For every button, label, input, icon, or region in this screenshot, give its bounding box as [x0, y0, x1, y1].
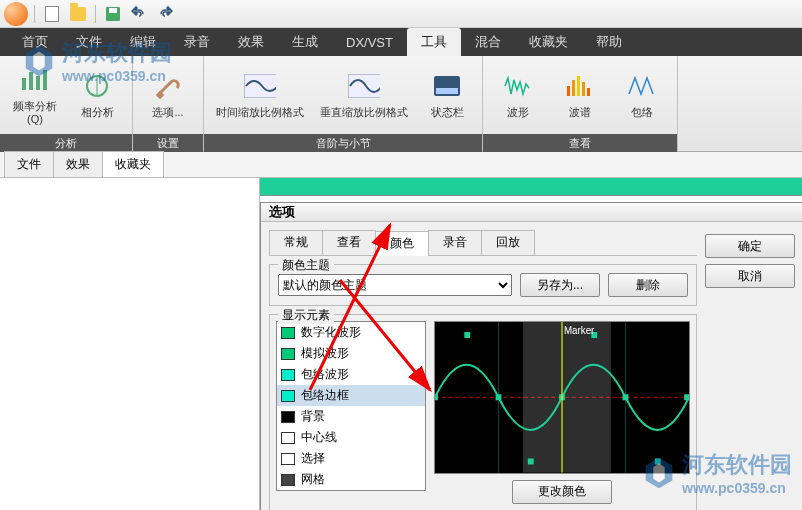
- cancel-button[interactable]: 取消: [705, 264, 795, 288]
- quick-access-toolbar: [0, 0, 802, 28]
- save-button[interactable]: [102, 3, 124, 25]
- ribbon-group-analysis: 频率分析(Q) 相分析 分析: [0, 56, 133, 151]
- tools-icon: [152, 70, 184, 102]
- separator: [34, 5, 35, 23]
- phase-analysis-button[interactable]: 相分析: [68, 60, 126, 130]
- dtab-record[interactable]: 录音: [428, 230, 482, 255]
- list-item-label: 包络波形: [301, 366, 349, 383]
- waveform-icon: [502, 70, 534, 102]
- group-label: 分析: [0, 134, 132, 152]
- tab-record[interactable]: 录音: [170, 28, 224, 56]
- list-item[interactable]: 中心线: [277, 427, 425, 448]
- list-item-label: 数字化波形: [301, 324, 361, 341]
- tab-file[interactable]: 文件: [62, 28, 116, 56]
- tab-help[interactable]: 帮助: [582, 28, 636, 56]
- dtab-view[interactable]: 查看: [322, 230, 376, 255]
- redo-icon: [157, 6, 173, 22]
- color-swatch: [281, 411, 295, 423]
- tab-dxvst[interactable]: DX/VST: [332, 28, 407, 56]
- statusbar-button[interactable]: 状态栏: [418, 60, 476, 130]
- spectrum-icon: [564, 70, 596, 102]
- separator: [95, 5, 96, 23]
- sidetab-favorites[interactable]: 收藏夹: [102, 151, 164, 177]
- label: 垂直缩放比例格式: [320, 106, 408, 119]
- list-item-label: 背景: [301, 408, 325, 425]
- waveform-button[interactable]: 波形: [489, 60, 547, 130]
- tab-mix[interactable]: 混合: [461, 28, 515, 56]
- theme-select[interactable]: 默认的颜色主题: [278, 274, 512, 296]
- display-elements-list[interactable]: 数字化波形模拟波形包络波形包络边框背景中心线选择网格: [276, 321, 426, 491]
- options-button[interactable]: 选项...: [139, 60, 197, 130]
- dtab-color[interactable]: 颜色: [375, 231, 429, 256]
- list-item-label: 选择: [301, 450, 325, 467]
- dtab-playback[interactable]: 回放: [481, 230, 535, 255]
- list-item[interactable]: 包络波形: [277, 364, 425, 385]
- ribbon-group-settings: 选项... 设置: [133, 56, 204, 151]
- timeline-bar[interactable]: [260, 178, 802, 196]
- delete-button[interactable]: 删除: [608, 273, 688, 297]
- svg-rect-26: [496, 394, 502, 400]
- tab-effect[interactable]: 效果: [224, 28, 278, 56]
- open-button[interactable]: [67, 3, 89, 25]
- list-item[interactable]: 网格: [277, 469, 425, 490]
- vert-zoom-button[interactable]: 垂直缩放比例格式: [314, 60, 414, 130]
- tab-favorites[interactable]: 收藏夹: [515, 28, 582, 56]
- tab-edit[interactable]: 编辑: [116, 28, 170, 56]
- label: 波谱: [569, 106, 591, 119]
- ribbon-group-scale: 时间缩放比例格式 垂直缩放比例格式 状态栏 音阶与小节: [204, 56, 483, 151]
- dtab-general[interactable]: 常规: [269, 230, 323, 255]
- undo-button[interactable]: [128, 3, 150, 25]
- app-orb-icon[interactable]: [4, 2, 28, 26]
- folder-icon: [70, 7, 86, 21]
- group-label: 设置: [133, 134, 203, 152]
- new-doc-button[interactable]: [41, 3, 63, 25]
- spectrum-button[interactable]: 波谱: [551, 60, 609, 130]
- redo-button[interactable]: [154, 3, 176, 25]
- color-swatch: [281, 348, 295, 360]
- tab-tools[interactable]: 工具: [407, 28, 461, 56]
- save-icon: [105, 6, 121, 22]
- color-swatch: [281, 453, 295, 465]
- statusbar-icon: [431, 70, 463, 102]
- svg-rect-31: [655, 458, 661, 464]
- change-color-button[interactable]: 更改颜色: [512, 480, 612, 504]
- svg-rect-5: [43, 70, 47, 90]
- svg-rect-27: [528, 458, 534, 464]
- svg-rect-14: [572, 80, 575, 96]
- side-tabs: 文件 效果 收藏夹: [0, 152, 802, 178]
- svg-rect-23: [523, 322, 611, 473]
- display-elements-group: 显示元素 数字化波形模拟波形包络波形包络边框背景中心线选择网格: [269, 314, 697, 510]
- list-item-label: 网格: [301, 471, 325, 488]
- list-item[interactable]: 背景: [277, 406, 425, 427]
- list-item[interactable]: 选择: [277, 448, 425, 469]
- color-preview: Marker: [434, 321, 690, 474]
- bars-icon: [19, 64, 51, 96]
- svg-rect-15: [577, 76, 580, 96]
- wave-v-icon: [348, 70, 380, 102]
- list-item[interactable]: 数字化波形: [277, 322, 425, 343]
- list-item[interactable]: 模拟波形: [277, 343, 425, 364]
- svg-rect-16: [582, 82, 585, 96]
- freq-analysis-button[interactable]: 频率分析(Q): [6, 60, 64, 130]
- label: 波形: [507, 106, 529, 119]
- label: 时间缩放比例格式: [216, 106, 304, 119]
- save-as-button[interactable]: 另存为...: [520, 273, 600, 297]
- color-swatch: [281, 390, 295, 402]
- time-zoom-button[interactable]: 时间缩放比例格式: [210, 60, 310, 130]
- list-item[interactable]: 包络边框: [277, 385, 425, 406]
- sidetab-file[interactable]: 文件: [4, 151, 54, 177]
- ok-button[interactable]: 确定: [705, 234, 795, 258]
- envelope-button[interactable]: 包络: [613, 60, 671, 130]
- tab-home[interactable]: 首页: [8, 28, 62, 56]
- svg-rect-25: [464, 332, 470, 338]
- svg-rect-32: [684, 394, 689, 400]
- svg-text:Marker: Marker: [564, 325, 595, 336]
- ribbon-tabs: 首页 文件 编辑 录音 效果 生成 DX/VST 工具 混合 收藏夹 帮助: [0, 28, 802, 56]
- main-area: 选项 常规 查看 颜色 录音 回放 颜色主题 默认的颜色主题: [260, 178, 802, 510]
- sidetab-effect[interactable]: 效果: [53, 151, 103, 177]
- label: 频率分析(Q): [6, 100, 64, 126]
- svg-rect-4: [36, 76, 40, 90]
- dialog-title: 选项: [261, 203, 802, 222]
- tab-generate[interactable]: 生成: [278, 28, 332, 56]
- list-item-label: 中心线: [301, 429, 337, 446]
